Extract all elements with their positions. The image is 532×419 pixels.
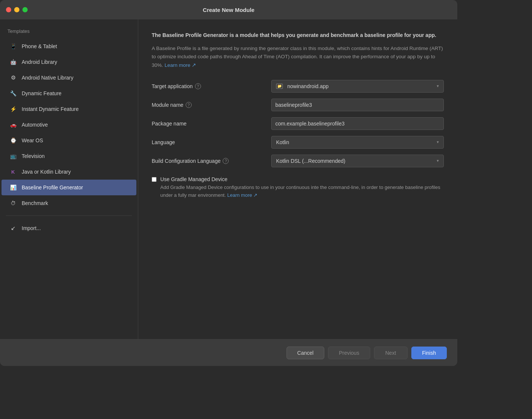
instant-icon [9, 105, 17, 113]
sidebar-item-benchmark[interactable]: Benchmark [1, 195, 136, 211]
gradle-managed-label: Use Gradle Managed Device [160, 176, 444, 182]
build-config-control: Kotlin DSL (...Recommended) ▾ [271, 155, 444, 167]
language-control: Kotlin ▾ [271, 136, 444, 149]
import-icon [9, 224, 17, 232]
gradle-managed-description: Add Gradle Managed Device configurations… [160, 184, 444, 199]
benchmark-icon [9, 199, 17, 207]
language-row: Language Kotlin ▾ [152, 136, 444, 149]
android-icon [9, 58, 17, 66]
sidebar-item-label-java-kotlin: Java or Kotlin Library [22, 169, 71, 175]
finish-button[interactable]: Finish [411, 347, 447, 359]
sidebar-item-label-android-native: Android Native Library [22, 75, 74, 81]
gradle-managed-checkbox[interactable] [152, 177, 157, 182]
cancel-button[interactable]: Cancel [287, 347, 325, 359]
language-chevron: ▾ [437, 140, 439, 145]
target-application-label: Target application ? [152, 83, 271, 89]
learn-more-link-bottom[interactable]: Learn more ↗ [227, 192, 257, 198]
minimize-button[interactable] [14, 7, 19, 12]
build-config-chevron: ▾ [437, 158, 439, 163]
close-button[interactable] [6, 7, 11, 12]
automotive-icon [9, 121, 17, 129]
sidebar: Templates Phone & Tablet Android Library… [0, 19, 138, 339]
sidebar-item-label-android-library: Android Library [22, 59, 57, 65]
sidebar-item-television[interactable]: Television [1, 148, 136, 164]
java-icon [9, 168, 17, 176]
sidebar-item-label-phone-tablet: Phone & Tablet [22, 43, 57, 49]
language-select[interactable]: Kotlin ▾ [271, 136, 444, 149]
description-text: A Baseline Profile is a file generated b… [152, 44, 444, 69]
sidebar-item-label-dynamic-feature: Dynamic Feature [22, 90, 62, 96]
right-panel: The Baseline Profile Generator is a modu… [138, 19, 457, 339]
package-name-row: Package name [152, 117, 444, 130]
target-application-control: 📁 nowinandroid.app ▾ [271, 80, 444, 93]
dialog-title: Create New Module [203, 7, 254, 13]
sidebar-item-java-kotlin[interactable]: Java or Kotlin Library [1, 164, 136, 180]
module-name-control [271, 99, 444, 111]
target-application-row: Target application ? 📁 nowinandroid.app … [152, 80, 444, 93]
description-bold: The Baseline Profile Generator is a modu… [152, 31, 444, 39]
bottom-bar: Cancel Previous Next Finish [0, 339, 457, 366]
build-config-label: Build Configuration Language ? [152, 158, 271, 164]
main-content: Templates Phone & Tablet Android Library… [0, 19, 457, 339]
language-label: Language [152, 139, 271, 145]
sidebar-item-dynamic-feature[interactable]: Dynamic Feature [1, 86, 136, 101]
module-name-help-icon[interactable]: ? [186, 102, 192, 108]
learn-more-link-top[interactable]: Learn more ↗ [165, 62, 197, 68]
sidebar-item-phone-tablet[interactable]: Phone & Tablet [1, 38, 136, 54]
next-button[interactable]: Next [374, 347, 408, 359]
phone-icon [9, 42, 17, 50]
build-config-help-icon[interactable]: ? [223, 158, 229, 164]
sidebar-item-baseline-profile[interactable]: Baseline Profile Generator [1, 180, 136, 195]
tv-icon [9, 152, 17, 160]
sidebar-item-label-television: Television [22, 153, 44, 159]
sidebar-item-instant-dynamic[interactable]: Instant Dynamic Feature [1, 101, 136, 117]
sidebar-item-android-native[interactable]: Android Native Library [1, 70, 136, 86]
build-config-row: Build Configuration Language ? Kotlin DS… [152, 155, 444, 167]
previous-button[interactable]: Previous [328, 347, 370, 359]
dynamic-icon [9, 89, 17, 97]
target-app-icon: 📁 [276, 84, 283, 89]
module-name-input[interactable] [271, 99, 444, 111]
maximize-button[interactable] [22, 7, 28, 12]
sidebar-item-label-import: Import... [22, 225, 41, 231]
sidebar-item-android-library[interactable]: Android Library [1, 54, 136, 70]
package-name-input[interactable] [271, 117, 444, 130]
native-icon [9, 74, 17, 82]
wear-icon [9, 136, 17, 145]
module-name-row: Module name ? [152, 99, 444, 111]
gradle-managed-row: Use Gradle Managed Device Add Gradle Man… [152, 176, 444, 199]
sidebar-divider [6, 215, 132, 216]
module-name-label: Module name ? [152, 102, 271, 108]
sidebar-item-label-instant-dynamic: Instant Dynamic Feature [22, 106, 79, 112]
sidebar-section-label: Templates [0, 19, 138, 38]
package-name-label: Package name [152, 121, 271, 127]
title-bar: Create New Module [0, 0, 457, 19]
baseline-icon [9, 183, 17, 192]
sidebar-item-import[interactable]: Import... [1, 220, 136, 236]
sidebar-item-automotive[interactable]: Automotive [1, 117, 136, 133]
sidebar-item-label-wear-os: Wear OS [22, 137, 43, 143]
build-config-select[interactable]: Kotlin DSL (...Recommended) ▾ [271, 155, 444, 167]
language-value: Kotlin [276, 139, 289, 145]
package-name-control [271, 117, 444, 130]
sidebar-item-label-automotive: Automotive [22, 122, 48, 128]
sidebar-item-label-benchmark: Benchmark [22, 200, 48, 206]
target-application-select[interactable]: 📁 nowinandroid.app ▾ [271, 80, 444, 93]
target-application-value: nowinandroid.app [287, 83, 329, 89]
target-application-help-icon[interactable]: ? [195, 83, 201, 89]
sidebar-item-wear-os[interactable]: Wear OS [1, 133, 136, 148]
sidebar-item-label-baseline-profile: Baseline Profile Generator [22, 184, 83, 190]
build-config-value: Kotlin DSL (...Recommended) [276, 158, 345, 164]
window-controls [6, 7, 28, 12]
target-application-chevron: ▾ [437, 84, 439, 89]
